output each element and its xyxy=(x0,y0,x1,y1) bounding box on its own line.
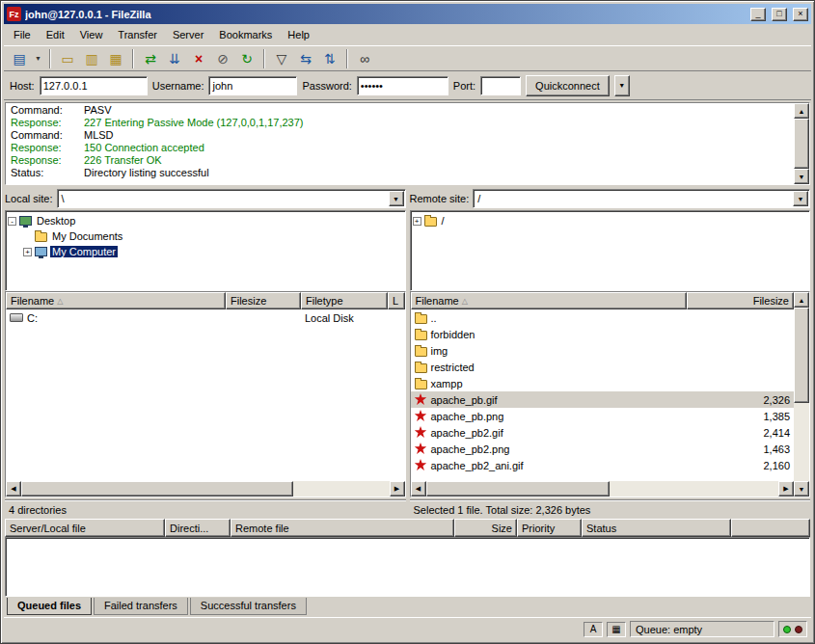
scroll-right-icon[interactable]: ▶ xyxy=(390,481,405,496)
menu-server[interactable]: Server xyxy=(165,26,211,43)
remote-horizontal-scrollbar[interactable]: ◀ ▶ xyxy=(411,481,795,496)
remote-file-row[interactable]: xampp xyxy=(411,375,795,391)
menu-transfer[interactable]: Transfer xyxy=(110,26,165,43)
column-header-filesize[interactable]: Filesize xyxy=(226,292,301,309)
site-manager-button[interactable]: ▤ xyxy=(8,48,31,69)
remote-file-row[interactable]: img xyxy=(411,342,795,359)
tree-item-root[interactable]: + / xyxy=(413,213,808,228)
host-input[interactable] xyxy=(40,76,148,95)
quickconnect-button[interactable]: Quickconnect xyxy=(526,75,610,96)
reconnect-button[interactable]: ↻ xyxy=(235,48,258,69)
close-button[interactable]: × xyxy=(793,8,808,21)
quickconnect-dropdown-button[interactable]: ▼ xyxy=(614,75,630,96)
refresh-button[interactable]: ⇄ xyxy=(139,48,162,69)
column-header-filetype[interactable]: Filetype xyxy=(301,292,388,309)
remote-file-row[interactable]: forbidden xyxy=(411,326,795,342)
minimize-button[interactable]: _ xyxy=(750,8,766,21)
scroll-right-icon[interactable]: ▶ xyxy=(778,481,794,496)
column-header-filename[interactable]: Filename△ xyxy=(411,292,687,309)
scrollbar-thumb[interactable] xyxy=(426,481,610,496)
toggle-directory-trees-button[interactable]: ▥ xyxy=(80,48,103,69)
local-directory-tree: - Desktop My Documents + My Computer xyxy=(5,210,406,291)
expand-icon[interactable]: + xyxy=(413,217,421,226)
column-header-remote-file[interactable]: Remote file xyxy=(231,519,454,537)
port-input[interactable] xyxy=(480,76,521,95)
drive-icon xyxy=(10,313,23,322)
file-row-c-drive[interactable]: C: Local Disk xyxy=(6,309,405,326)
folder-icon xyxy=(415,347,427,357)
toggle-message-log-button[interactable]: ▭ xyxy=(56,48,79,69)
refresh-icon: ⇄ xyxy=(145,51,156,67)
message-log: Command:PASV Response:227 Entering Passi… xyxy=(5,102,810,185)
local-site-combobox[interactable]: \ ▼ xyxy=(57,189,406,208)
menu-file[interactable]: File xyxy=(6,26,39,43)
username-input[interactable] xyxy=(208,76,297,95)
remote-file-row[interactable]: apache_pb.png 1,385 xyxy=(411,408,795,424)
remote-file-row[interactable]: restricted xyxy=(411,359,795,375)
column-header-direction[interactable]: Directi... xyxy=(165,519,231,537)
column-header-size[interactable]: Size xyxy=(454,519,517,537)
column-header-filler xyxy=(731,519,810,537)
scrollbar-track[interactable] xyxy=(426,481,779,496)
process-queue-button[interactable]: ⇊ xyxy=(163,48,186,69)
scrollbar-track[interactable] xyxy=(21,481,390,496)
find-files-button[interactable]: ∞ xyxy=(353,48,376,69)
tree-item-desktop[interactable]: - Desktop xyxy=(8,213,403,228)
column-header-filename[interactable]: Filename△ xyxy=(6,292,226,309)
scroll-up-icon[interactable]: ▲ xyxy=(794,103,809,119)
toolbar-separator xyxy=(263,49,265,68)
scrollbar-thumb[interactable] xyxy=(794,119,809,169)
toggle-transfer-queue-button[interactable]: ▦ xyxy=(104,48,127,69)
sort-ascending-icon: △ xyxy=(57,297,63,306)
expand-icon[interactable]: + xyxy=(23,248,32,256)
scroll-down-icon[interactable]: ▼ xyxy=(794,169,809,184)
tab-queued-files[interactable]: Queued files xyxy=(7,598,92,615)
scrollbar-thumb[interactable] xyxy=(794,308,809,403)
collapse-icon[interactable]: - xyxy=(8,217,16,226)
remote-file-row[interactable]: apache_pb2.png 1,463 xyxy=(411,441,795,457)
disconnect-button[interactable]: ⊘ xyxy=(211,48,234,69)
column-header-lastmodified[interactable]: L xyxy=(388,292,405,309)
menu-bookmarks[interactable]: Bookmarks xyxy=(211,26,280,43)
menu-help[interactable]: Help xyxy=(280,26,317,43)
scrollbar-thumb[interactable] xyxy=(21,481,293,496)
tree-item-my-documents[interactable]: My Documents xyxy=(8,228,403,244)
site-manager-dropdown-button[interactable]: ▼ xyxy=(32,48,44,69)
remote-site-combobox[interactable]: / ▼ xyxy=(473,189,810,208)
transfer-queue-section: Server/Local file Directi... Remote file… xyxy=(4,519,811,617)
scroll-left-icon[interactable]: ◀ xyxy=(411,481,426,496)
scrollbar-track[interactable] xyxy=(794,308,809,481)
log-scrollbar[interactable]: ▲ ▼ xyxy=(794,103,809,184)
maximize-button[interactable]: □ xyxy=(772,8,787,21)
tab-successful-transfers[interactable]: Successful transfers xyxy=(190,598,307,615)
chevron-down-icon[interactable]: ▼ xyxy=(793,191,808,206)
menu-view[interactable]: View xyxy=(72,26,111,43)
remote-vertical-scrollbar[interactable]: ▲ ▼ xyxy=(794,292,809,496)
directory-comparison-button[interactable]: ⇆ xyxy=(294,48,317,69)
tab-failed-transfers[interactable]: Failed transfers xyxy=(94,598,188,615)
tree-item-my-computer[interactable]: + My Computer xyxy=(8,244,403,259)
cancel-button[interactable]: × xyxy=(187,48,210,69)
column-header-filesize[interactable]: Filesize xyxy=(687,292,795,309)
password-input[interactable] xyxy=(357,76,448,95)
scroll-up-icon[interactable]: ▲ xyxy=(794,292,809,308)
filter-button[interactable]: ▽ xyxy=(270,48,293,69)
scroll-down-icon[interactable]: ▼ xyxy=(794,481,809,496)
remote-file-row[interactable]: apache_pb2.gif 2,414 xyxy=(411,424,795,441)
scroll-left-icon[interactable]: ◀ xyxy=(6,481,21,496)
sort-ascending-icon: △ xyxy=(462,297,468,306)
remote-file-row[interactable]: apache_pb2_ani.gif 2,160 xyxy=(411,457,795,473)
column-header-priority[interactable]: Priority xyxy=(517,519,582,537)
menu-edit[interactable]: Edit xyxy=(39,26,72,43)
titlebar: Fz john@127.0.0.1 - FileZilla _ □ × xyxy=(4,4,811,24)
scrollbar-track[interactable] xyxy=(794,119,809,169)
remote-file-row-selected[interactable]: apache_pb.gif 2,326 xyxy=(411,391,795,408)
remote-directory-tree: + / xyxy=(410,210,811,291)
local-horizontal-scrollbar[interactable]: ◀ ▶ xyxy=(6,481,405,496)
synchronized-browsing-button[interactable]: ⇅ xyxy=(318,48,341,69)
column-header-server-local-file[interactable]: Server/Local file xyxy=(5,519,165,537)
chevron-down-icon[interactable]: ▼ xyxy=(389,191,404,206)
remote-file-row[interactable]: .. xyxy=(411,309,795,326)
message-log-icon: ▭ xyxy=(61,51,73,67)
column-header-status[interactable]: Status xyxy=(582,519,731,537)
